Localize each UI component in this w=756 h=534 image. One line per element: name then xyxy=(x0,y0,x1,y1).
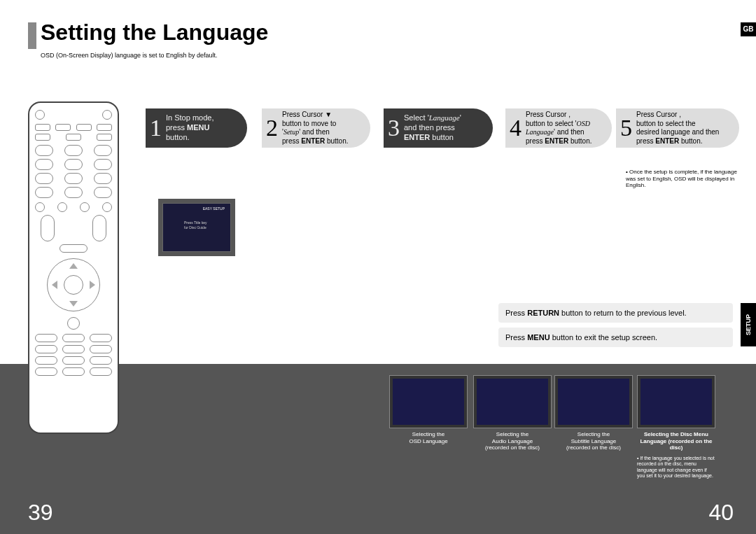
step-number: 5 xyxy=(620,113,632,143)
step-number: 2 xyxy=(266,113,278,143)
hint-menu: Press MENU button to exit the setup scre… xyxy=(498,328,733,347)
step-1-label: 1 In Stop mode,press MENUbutton. xyxy=(146,108,247,148)
note-setup-complete: • Once the setup is complete, if the lan… xyxy=(626,169,748,189)
thumb-audio-language: Selecting theAudio Language(recorded on … xyxy=(473,375,552,451)
thumb-disc-menu-language: Selecting the Disc MenuLanguage (recorde… xyxy=(637,375,715,479)
step-number: 1 xyxy=(150,113,162,143)
page-title: Setting the Language xyxy=(41,20,268,45)
step1-screenshot: EASY SETUP Press Title key for Disc Guid… xyxy=(158,199,235,256)
page-number-left: 39 xyxy=(28,500,53,526)
step-4-label: 4 Press Cursor ,button to select 'OSDLan… xyxy=(505,108,612,148)
language-badge: GB xyxy=(741,22,756,36)
page-subtitle: OSD (On-Screen Display) language is set … xyxy=(41,52,218,59)
step-3-label: 3 Select 'Language'and then pressENTER b… xyxy=(384,108,493,148)
step-5-label: 5 Press Cursor ,button to select thedesi… xyxy=(616,108,739,148)
thumb-subtitle-language: Selecting theSubtitle Language(recorded … xyxy=(554,375,633,451)
remote-control-illustration xyxy=(28,101,119,434)
thumb-osd-language: Selecting theOSD Language xyxy=(389,375,468,444)
step-2-label: 2 Press Cursor ▼button to move to'Setup'… xyxy=(262,108,370,148)
step-number: 4 xyxy=(510,113,522,143)
page-number-right: 40 xyxy=(708,500,734,526)
step-number: 3 xyxy=(388,113,400,143)
title-accent-bar xyxy=(28,22,36,49)
hint-return: Press RETURN button to return to the pre… xyxy=(498,303,733,323)
down-arrow-icon: ▼ xyxy=(325,111,332,118)
section-tab-setup: SETUP xyxy=(741,303,756,346)
